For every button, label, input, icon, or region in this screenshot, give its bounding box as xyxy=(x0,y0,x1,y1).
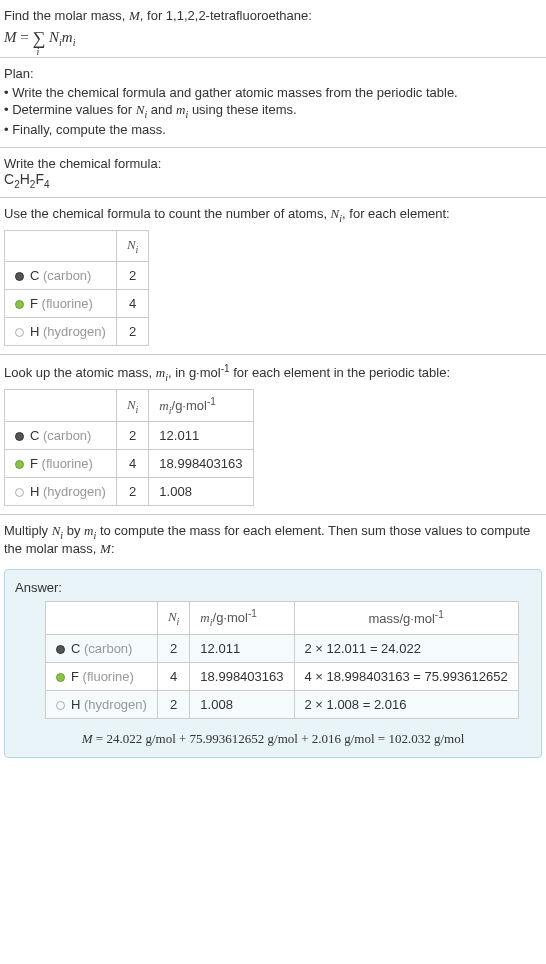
intro-line1: Find the molar mass, xyxy=(4,8,129,23)
n-cell: 4 xyxy=(157,662,189,690)
element-cell: F (fluorine) xyxy=(5,289,117,317)
sigma-icon: ∑i xyxy=(32,28,45,49)
formula-m-sub: i xyxy=(73,37,76,48)
formula-lhs: M xyxy=(4,29,17,45)
element-dot-icon xyxy=(56,701,65,710)
table-header-row: Ni xyxy=(5,230,149,261)
header-m: mi/g·mol-1 xyxy=(190,602,294,635)
element-cell: F (fluorine) xyxy=(46,662,158,690)
n-cell: 2 xyxy=(157,690,189,718)
chem-formula-title: Write the chemical formula: xyxy=(4,156,542,171)
answer-box: Answer: Ni mi/g·mol-1 mass/g·mol-1 C (ca… xyxy=(4,569,542,758)
plan-item-2: • Determine values for Ni and mi using t… xyxy=(4,102,542,120)
intro-text: Find the molar mass, M, for 1,1,2,2-tetr… xyxy=(4,8,542,24)
chemical-formula-section: Write the chemical formula: C2H2F4 xyxy=(0,148,546,199)
final-equation: M = 24.022 g/mol + 75.993612652 g/mol + … xyxy=(15,731,531,747)
multiply-section: Multiply Ni by mi to compute the mass fo… xyxy=(0,515,546,565)
n-cell: 2 xyxy=(116,261,148,289)
molar-mass-formula: M = ∑i Nimi xyxy=(4,28,542,49)
header-element xyxy=(5,389,117,422)
element-dot-icon xyxy=(56,645,65,654)
element-cell: H (hydrogen) xyxy=(46,690,158,718)
plan-item-3: • Finally, compute the mass. xyxy=(4,122,542,137)
sum-index: i xyxy=(36,46,39,57)
calc-cell: 4 × 18.998403163 = 75.993612652 xyxy=(294,662,518,690)
header-n: Ni xyxy=(116,389,148,422)
table-row: F (fluorine) 4 xyxy=(5,289,149,317)
plan-list: • Write the chemical formula and gather … xyxy=(4,85,542,137)
calc-cell: 2 × 1.008 = 2.016 xyxy=(294,690,518,718)
atomic-mass-section: Look up the atomic mass, mi, in g·mol-1 … xyxy=(0,355,546,516)
multiply-title: Multiply Ni by mi to compute the mass fo… xyxy=(4,523,542,557)
atom-count-table: Ni C (carbon) 2 F (fluorine) 4 H (hydrog… xyxy=(4,230,149,346)
table-header-row: Ni mi/g·mol-1 mass/g·mol-1 xyxy=(46,602,519,635)
m-cell: 1.008 xyxy=(149,478,253,506)
n-cell: 2 xyxy=(116,317,148,345)
element-cell: F (fluorine) xyxy=(5,450,117,478)
header-m: mi/g·mol-1 xyxy=(149,389,253,422)
n-cell: 2 xyxy=(116,422,148,450)
n-cell: 2 xyxy=(116,478,148,506)
element-dot-icon xyxy=(15,488,24,497)
intro-section: Find the molar mass, M, for 1,1,2,2-tetr… xyxy=(0,0,546,58)
header-element xyxy=(5,230,117,261)
plan-title: Plan: xyxy=(4,66,542,81)
n-cell: 2 xyxy=(157,634,189,662)
n-cell: 4 xyxy=(116,289,148,317)
n-cell: 4 xyxy=(116,450,148,478)
header-mass: mass/g·mol-1 xyxy=(294,602,518,635)
m-cell: 18.998403163 xyxy=(190,662,294,690)
answer-table: Ni mi/g·mol-1 mass/g·mol-1 C (carbon) 2 … xyxy=(45,601,519,719)
intro-var-m: M xyxy=(129,8,140,23)
table-header-row: Ni mi/g·mol-1 xyxy=(5,389,254,422)
m-cell: 12.011 xyxy=(190,634,294,662)
plan-item-1: • Write the chemical formula and gather … xyxy=(4,85,542,100)
table-row: C (carbon) 2 12.011 2 × 12.011 = 24.022 xyxy=(46,634,519,662)
atomic-mass-table: Ni mi/g·mol-1 C (carbon) 2 12.011 F (flu… xyxy=(4,389,254,507)
intro-line1-end: , for 1,1,2,2-tetrafluoroethane: xyxy=(140,8,312,23)
m-cell: 1.008 xyxy=(190,690,294,718)
element-dot-icon xyxy=(15,460,24,469)
m-cell: 18.998403163 xyxy=(149,450,253,478)
table-row: C (carbon) 2 12.011 xyxy=(5,422,254,450)
formula-eq: = xyxy=(17,29,33,45)
header-element xyxy=(46,602,158,635)
mass-title: Look up the atomic mass, mi, in g·mol-1 … xyxy=(4,363,542,383)
table-row: H (hydrogen) 2 xyxy=(5,317,149,345)
table-row: H (hydrogen) 2 1.008 2 × 1.008 = 2.016 xyxy=(46,690,519,718)
element-cell: C (carbon) xyxy=(5,261,117,289)
header-n: Ni xyxy=(157,602,189,635)
atom-count-section: Use the chemical formula to count the nu… xyxy=(0,198,546,354)
element-dot-icon xyxy=(15,328,24,337)
formula-m: m xyxy=(62,29,73,45)
table-row: F (fluorine) 4 18.998403163 xyxy=(5,450,254,478)
element-cell: H (hydrogen) xyxy=(5,317,117,345)
element-dot-icon xyxy=(15,432,24,441)
element-cell: C (carbon) xyxy=(5,422,117,450)
element-cell: H (hydrogen) xyxy=(5,478,117,506)
element-dot-icon xyxy=(15,300,24,309)
element-cell: C (carbon) xyxy=(46,634,158,662)
element-dot-icon xyxy=(15,272,24,281)
formula-n: N xyxy=(49,29,59,45)
m-cell: 12.011 xyxy=(149,422,253,450)
table-row: C (carbon) 2 xyxy=(5,261,149,289)
table-row: F (fluorine) 4 18.998403163 4 × 18.99840… xyxy=(46,662,519,690)
table-row: H (hydrogen) 2 1.008 xyxy=(5,478,254,506)
plan-section: Plan: • Write the chemical formula and g… xyxy=(0,58,546,148)
element-dot-icon xyxy=(56,673,65,682)
chemical-formula: C2H2F4 xyxy=(4,171,542,190)
answer-label: Answer: xyxy=(15,580,531,595)
count-title: Use the chemical formula to count the nu… xyxy=(4,206,542,224)
calc-cell: 2 × 12.011 = 24.022 xyxy=(294,634,518,662)
header-n: Ni xyxy=(116,230,148,261)
